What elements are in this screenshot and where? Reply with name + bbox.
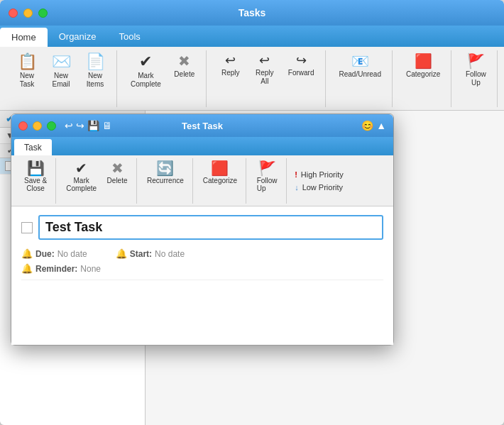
tw-delete-icon: ✖ bbox=[111, 161, 124, 175]
mark-complete-label: MarkComplete bbox=[131, 72, 161, 89]
forward-button[interactable]: ↪ Forward bbox=[283, 50, 319, 81]
toolbar-group-followup: 🚩 FollowUp bbox=[454, 50, 498, 107]
tw-group-actions: ✔ MarkComplete ✖ Delete bbox=[57, 158, 137, 204]
tab-organize[interactable]: Organize bbox=[48, 26, 108, 47]
tw-mark-complete-icon: ✔ bbox=[75, 161, 87, 175]
tw-group-recurrence: 🔄 Recurrence bbox=[138, 158, 193, 204]
tw-delete-label: Delete bbox=[107, 177, 128, 184]
tw-recurrence-button[interactable]: 🔄 Recurrence bbox=[143, 158, 188, 187]
delete-label: Delete bbox=[174, 70, 195, 79]
categorize-icon: 🟥 bbox=[415, 54, 432, 68]
tw-priority-section: ! High Priority ↓ Low Priority bbox=[288, 169, 350, 193]
task-name-input[interactable] bbox=[38, 215, 383, 240]
reply-all-label: ReplyAll bbox=[256, 69, 274, 86]
new-task-label: New Task bbox=[16, 72, 38, 89]
delete-button[interactable]: ✖ Delete bbox=[169, 50, 200, 82]
tw-low-priority-label: Low Priority bbox=[302, 183, 343, 192]
bell-due-icon: 🔔 bbox=[21, 248, 33, 259]
follow-up-icon: 🚩 bbox=[467, 54, 485, 68]
tw-group-save: 💾 Save &Close bbox=[16, 158, 56, 204]
read-unread-icon: 📧 bbox=[351, 54, 369, 68]
start-row: 🔔 Start: No date bbox=[116, 248, 185, 259]
toolbar-group-actions: ✔ MarkComplete ✖ Delete bbox=[120, 50, 207, 107]
new-email-label: NewEmail bbox=[52, 72, 70, 89]
reminder-label: Reminder: bbox=[35, 264, 77, 274]
toolbar-group-read: 📧 Read/Unread bbox=[329, 50, 393, 107]
new-task-icon: 📋 bbox=[18, 54, 37, 70]
toolbar-group-categorize: 🟥 Categorize bbox=[395, 50, 451, 107]
task-window-ribbon: Task bbox=[11, 137, 393, 155]
task-name-row bbox=[21, 215, 383, 240]
priority-section: ! High Priority ↓ Low Priority bbox=[500, 55, 504, 102]
tab-tools[interactable]: Tools bbox=[107, 26, 151, 47]
tw-low-priority-icon: ↓ bbox=[295, 183, 299, 192]
read-unread-button[interactable]: 📧 Read/Unread bbox=[334, 50, 386, 82]
task-name-checkbox[interactable] bbox=[21, 222, 33, 233]
tw-follow-up-icon: 🚩 bbox=[258, 161, 276, 175]
delete-icon: ✖ bbox=[178, 54, 190, 68]
task-tab[interactable]: Task bbox=[14, 139, 52, 155]
task-window-controls bbox=[18, 121, 56, 131]
task-window-min[interactable] bbox=[33, 121, 42, 131]
new-items-button[interactable]: 📄 NewItems bbox=[80, 50, 111, 92]
new-window-icon[interactable]: 🖥 bbox=[102, 120, 112, 131]
bell-start-icon: 🔔 bbox=[116, 248, 127, 259]
task-window-max[interactable] bbox=[47, 121, 56, 131]
task-window-titlebar: ↩ ↪ 💾 🖥 Test Task 😊 ▲ bbox=[11, 114, 393, 137]
tw-low-priority-button[interactable]: ↓ Low Priority bbox=[292, 182, 346, 193]
emoji-icon[interactable]: 😊 bbox=[361, 120, 373, 131]
task-form: 🔔 Due: No date 🔔 Start: No date 🔔 Remind… bbox=[11, 206, 393, 345]
reply-all-button[interactable]: ↩ ReplyAll bbox=[249, 50, 280, 89]
new-email-button[interactable]: ✉️ NewEmail bbox=[45, 50, 77, 92]
categorize-button[interactable]: 🟥 Categorize bbox=[401, 50, 445, 82]
tw-high-priority-button[interactable]: ! High Priority bbox=[292, 169, 346, 180]
close-button[interactable] bbox=[9, 9, 18, 18]
categorize-label: Categorize bbox=[406, 70, 440, 79]
tw-categorize-icon: 🟥 bbox=[211, 161, 229, 175]
reply-label: Reply bbox=[221, 69, 240, 77]
main-ribbon: Home Organize Tools bbox=[0, 26, 504, 47]
main-toolbar: 📋 New Task ✉️ NewEmail 📄 NewItems ✔ Mark… bbox=[0, 47, 504, 111]
mark-complete-button[interactable]: ✔ MarkComplete bbox=[126, 50, 166, 92]
forward-label: Forward bbox=[288, 69, 314, 77]
redo-icon[interactable]: ↪ bbox=[76, 120, 84, 131]
tw-recurrence-icon: 🔄 bbox=[156, 161, 174, 175]
tw-group-followup: 🚩 FollowUp bbox=[248, 158, 287, 204]
task-body[interactable] bbox=[21, 280, 383, 336]
follow-up-button[interactable]: 🚩 FollowUp bbox=[460, 50, 491, 91]
tw-mark-complete-button[interactable]: ✔ MarkComplete bbox=[62, 158, 101, 195]
minimize-button[interactable] bbox=[23, 9, 33, 18]
start-label: Start: bbox=[130, 249, 152, 259]
task-window-close[interactable] bbox=[18, 121, 28, 131]
tw-delete-button[interactable]: ✖ Delete bbox=[102, 158, 132, 187]
tw-categorize-button[interactable]: 🟥 Categorize bbox=[199, 158, 241, 187]
reply-button[interactable]: ↩ Reply bbox=[215, 50, 246, 81]
read-unread-label: Read/Unread bbox=[339, 70, 381, 79]
reply-icon: ↩ bbox=[225, 54, 236, 67]
follow-up-label: FollowUp bbox=[466, 70, 486, 87]
tw-save-label: Save &Close bbox=[24, 177, 47, 192]
tw-follow-up-button[interactable]: 🚩 FollowUp bbox=[252, 158, 282, 195]
tab-home[interactable]: Home bbox=[0, 28, 48, 47]
maximize-button[interactable] bbox=[38, 9, 48, 18]
tw-save-close-button[interactable]: 💾 Save &Close bbox=[20, 158, 51, 195]
reminder-row: 🔔 Reminder: None bbox=[21, 263, 383, 274]
save-icon[interactable]: 💾 bbox=[87, 120, 99, 131]
app-window: Tasks Home Organize Tools 📋 New Task ✉️ … bbox=[0, 0, 504, 425]
tw-high-priority-icon: ! bbox=[295, 170, 297, 179]
collapse-icon[interactable]: ▲ bbox=[376, 120, 386, 131]
toolbar-group-new: 📋 New Task ✉️ NewEmail 📄 NewItems bbox=[6, 50, 117, 107]
toolbar-group-reply: ↩ Reply ↩ ReplyAll ↪ Forward bbox=[209, 50, 326, 107]
mark-complete-icon: ✔ bbox=[139, 54, 152, 70]
due-label: Due: bbox=[35, 249, 55, 259]
reply-all-icon: ↩ bbox=[259, 54, 270, 67]
tw-mark-complete-label: MarkComplete bbox=[66, 177, 97, 192]
app-title: Tasks bbox=[239, 7, 266, 18]
new-items-label: NewItems bbox=[87, 72, 104, 89]
tw-group-categorize: 🟥 Categorize bbox=[195, 158, 246, 204]
reminder-value: None bbox=[80, 264, 101, 274]
task-window-title: Test Task bbox=[182, 121, 223, 131]
new-task-button[interactable]: 📋 New Task bbox=[11, 50, 43, 92]
undo-icon[interactable]: ↩ bbox=[65, 120, 73, 131]
task-window-right-btns: 😊 ▲ bbox=[361, 120, 386, 131]
